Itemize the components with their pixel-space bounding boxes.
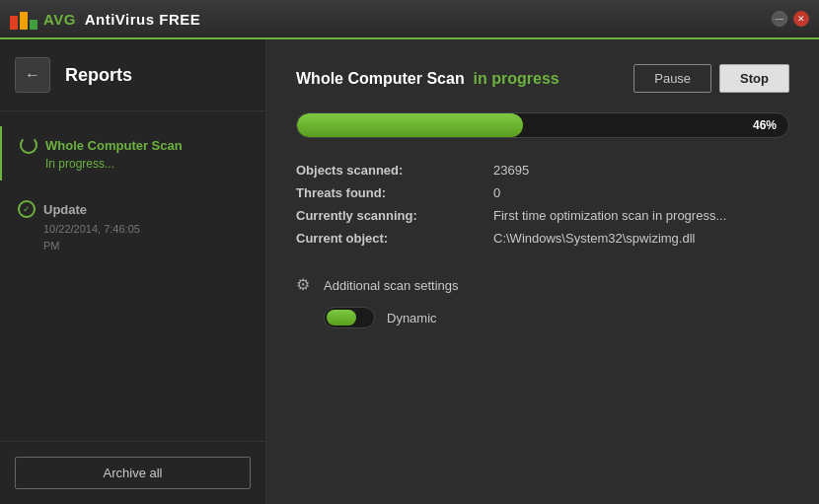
app-title: AVG AntiVirus FREE <box>43 11 200 28</box>
progress-label: 46% <box>753 118 777 132</box>
gear-icon: ⚙ <box>296 275 316 295</box>
app-window: AVG AntiVirus FREE — ✕ ← Reports Whole C… <box>0 0 819 504</box>
sidebar: ← Reports Whole Computer Scan In progres… <box>0 39 266 504</box>
sidebar-item-header-update: Update <box>18 200 248 218</box>
sidebar-item-name-update: Update <box>43 202 87 217</box>
sidebar-item-name-scan: Whole Computer Scan <box>45 138 183 153</box>
back-button[interactable]: ← <box>15 57 50 93</box>
archive-all-button[interactable]: Archive all <box>15 457 251 489</box>
settings-label: Additional scan settings <box>324 278 459 293</box>
content-header: Whole Computer Scan in progress Pause St… <box>296 64 789 93</box>
toggle-row: Dynamic <box>324 307 789 328</box>
sidebar-footer: Archive all <box>0 441 265 504</box>
main-layout: ← Reports Whole Computer Scan In progres… <box>0 39 819 504</box>
dynamic-toggle[interactable] <box>324 307 375 328</box>
close-button[interactable]: ✕ <box>793 11 809 27</box>
titlebar: AVG AntiVirus FREE — ✕ <box>0 0 819 39</box>
currently-scanning-value: First time optimization scan in progress… <box>493 208 789 223</box>
currently-scanning-label: Currently scanning: <box>296 208 474 223</box>
scan-settings-section: ⚙ Additional scan settings Dynamic <box>296 275 789 328</box>
content-area: Whole Computer Scan in progress Pause St… <box>266 39 819 504</box>
sidebar-item-status-scan: In progress... <box>45 157 248 171</box>
progress-bar-background: 46% <box>296 112 789 138</box>
sidebar-title: Reports <box>65 65 132 86</box>
current-object-label: Current object: <box>296 231 474 246</box>
window-controls: — ✕ <box>772 11 809 27</box>
scan-title: Whole Computer Scan in progress <box>296 70 559 88</box>
progress-bar-fill <box>297 113 523 137</box>
sidebar-item-update[interactable]: Update 10/22/2014, 7:46:05PM <box>0 190 265 263</box>
pause-button[interactable]: Pause <box>633 64 711 93</box>
toggle-fill <box>327 310 356 325</box>
sidebar-header: ← Reports <box>0 39 265 111</box>
stats-grid: Objects scanned: 23695 Threats found: 0 … <box>296 163 789 246</box>
app-logo: AVG AntiVirus FREE <box>10 8 200 30</box>
sidebar-item-header-scan: Whole Computer Scan <box>20 136 248 154</box>
toggle-label: Dynamic <box>387 311 437 325</box>
threats-found-label: Threats found: <box>296 185 474 200</box>
threats-found-value: 0 <box>493 185 789 200</box>
current-object-value: C:\Windows\System32\spwizimg.dll <box>493 231 789 246</box>
stop-button[interactable]: Stop <box>719 64 789 93</box>
avg-icon <box>10 8 37 30</box>
objects-scanned-label: Objects scanned: <box>296 163 474 178</box>
objects-scanned-value: 23695 <box>493 163 789 178</box>
sidebar-items-list: Whole Computer Scan In progress... Updat… <box>0 111 265 441</box>
spinner-icon <box>20 136 37 154</box>
sidebar-item-whole-computer-scan[interactable]: Whole Computer Scan In progress... <box>0 126 265 180</box>
settings-header[interactable]: ⚙ Additional scan settings <box>296 275 789 295</box>
sidebar-item-date-update: 10/22/2014, 7:46:05PM <box>43 221 248 253</box>
scan-action-buttons: Pause Stop <box>633 64 789 93</box>
minimize-button[interactable]: — <box>772 11 787 27</box>
progress-container: 46% <box>296 112 789 138</box>
check-icon <box>18 200 36 218</box>
